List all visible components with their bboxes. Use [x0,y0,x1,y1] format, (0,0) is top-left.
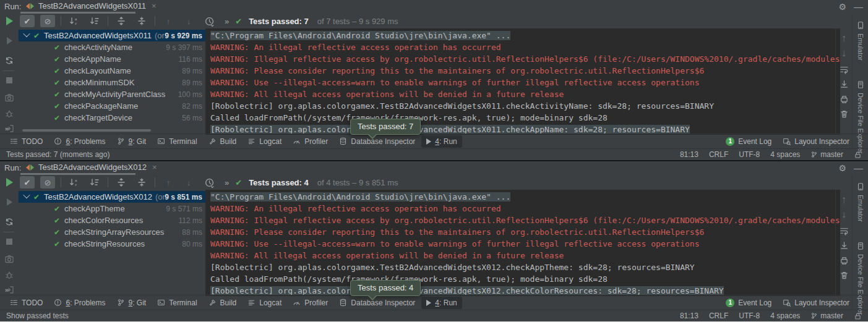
layout-inspector-button[interactable]: Layout Inspector [778,135,854,148]
more-left-toolbar-icon[interactable]: » [5,125,9,132]
sort-by-duration-button[interactable] [87,15,102,27]
clear-all-button[interactable] [839,109,849,119]
more-toolbar-icon[interactable]: » [225,17,230,26]
expand-all-button[interactable] [114,176,129,189]
more-toolbar-icon[interactable]: » [225,178,230,187]
gear-icon[interactable]: ⚙ [838,163,846,173]
toggle-auto-test-button[interactable] [4,217,14,227]
clear-all-button[interactable] [839,270,849,280]
scroll-to-end-button[interactable] [839,79,849,89]
tree-row[interactable]: ✔checkStringResources80 ms [19,238,205,250]
tree-root-row[interactable]: ✔ TestB2AdvancedWidgetsX011 (org.ap 9 s … [19,30,205,41]
down-stack-trace-button[interactable]: ↓ [839,48,849,58]
sort-alphabetically-button[interactable]: az [67,176,82,189]
profiler-tool-button[interactable]: Profiler [288,297,333,309]
encoding-widget[interactable]: UTF-8 [739,150,760,159]
problems-tool-button[interactable]: 6: Problems [49,297,110,309]
close-icon[interactable]: × [152,1,157,11]
print-button[interactable] [839,94,849,104]
todo-tool-button[interactable]: TODO [5,135,48,148]
logcat-tool-button[interactable]: Logcat [243,135,286,148]
screenshot-button[interactable] [4,254,14,264]
git-branch-widget[interactable]: master [810,150,843,159]
git-tool-button[interactable]: 9: Git [112,135,152,148]
run-tab[interactable]: TestB2AdvancedWidgetsX012 × [20,161,162,173]
tree-row[interactable]: ✔checkLayoutName89 ms [19,65,205,77]
event-log-button[interactable]: 1Event Log [721,135,776,148]
tree-row[interactable]: ✔checkAppTheme9 s 571 ms [19,203,205,214]
line-separator-widget[interactable]: CRLF [709,311,728,320]
tree-root-row[interactable]: ✔ TestB2AdvancedWidgetsX012 (org.ap 9 s … [19,191,205,203]
emulator-tool-button[interactable]: Emulator [853,21,868,61]
lock-icon[interactable] [854,312,862,320]
profiler-tool-button[interactable]: Profiler [288,135,333,148]
chevron-down-icon[interactable] [23,192,30,198]
tree-row[interactable]: ✔checkMyActivityParentClass100 ms [19,88,205,100]
run-tab[interactable]: TestB2AdvancedWidgetsX011 × [20,0,162,12]
terminal-tool-button[interactable]: Terminal [152,135,202,148]
horizontal-scrollbar[interactable] [22,129,151,132]
test-history-button[interactable] [202,176,217,189]
test-results-tree[interactable]: ✔ TestB2AdvancedWidgetsX012 (org.ap 9 s … [19,190,205,295]
up-stack-trace-button[interactable]: ↑ [839,195,849,205]
logcat-tool-button[interactable]: Logcat [243,297,286,309]
rerun-failed-tests-button[interactable] [4,197,14,207]
screenshot-button[interactable] [4,93,14,103]
terminal-tool-button[interactable]: Terminal [152,297,202,309]
run-tool-button[interactable]: 4: Run [421,297,462,309]
sort-by-duration-button[interactable] [87,176,102,189]
problems-tool-button[interactable]: 6: Problems [49,135,110,148]
run-tool-button[interactable]: 4: Run [421,135,462,148]
rerun-button[interactable] [4,177,14,187]
build-tool-button[interactable]: Build [204,135,242,148]
minimize-icon[interactable]: — [854,4,863,10]
gear-icon[interactable]: ⚙ [838,2,846,12]
tree-row[interactable]: ✔checkColorResources112 ms [19,214,205,226]
todo-tool-button[interactable]: TODO [5,297,48,309]
sort-alphabetically-button[interactable]: az [67,15,82,27]
attach-debugger-button[interactable] [4,109,14,119]
attach-debugger-button[interactable] [4,270,14,280]
more-left-toolbar-icon[interactable]: » [5,286,9,294]
minimize-icon[interactable]: — [854,165,863,171]
previous-failed-test-button[interactable]: ↑ [161,15,176,27]
show-passed-toggle[interactable]: ✔ [20,15,35,27]
collapse-all-button[interactable] [134,15,149,27]
tree-row[interactable]: ✔checkTargetDevice56 ms [19,112,205,124]
git-branch-widget[interactable]: master [810,311,843,320]
encoding-widget[interactable]: UTF-8 [739,311,760,320]
console-output[interactable]: "C:\Program Files\Android\Android Studio… [205,28,840,135]
tree-row[interactable]: ✔checkAppName116 ms [19,53,205,65]
git-tool-button[interactable]: 9: Git [112,297,152,309]
tree-row[interactable]: ✔checkActivityName9 s 397 ms [19,41,205,53]
next-failed-test-button[interactable]: ↓ [181,176,196,189]
event-log-button[interactable]: 1Event Log [721,297,776,309]
collapse-all-button[interactable] [134,176,149,189]
tree-row[interactable]: ✔checkStringArrayResources88 ms [19,226,205,238]
soft-wrap-button[interactable] [839,64,849,74]
toggle-auto-test-button[interactable] [4,56,14,66]
caret-position-widget[interactable]: 81:13 [680,311,698,320]
close-icon[interactable]: × [152,163,157,172]
indent-widget[interactable]: 4 spaces [770,311,800,320]
test-history-button[interactable] [202,15,217,27]
tree-row[interactable]: ✔checkMinimumSDK89 ms [19,77,205,88]
show-ignored-toggle[interactable]: ⊘ [40,176,55,189]
stop-button[interactable] [4,237,14,247]
rerun-failed-tests-button[interactable] [4,36,14,46]
print-button[interactable] [839,255,849,265]
expand-all-button[interactable] [114,15,129,27]
console-output[interactable]: "C:\Program Files\Android\Android Studio… [205,190,840,296]
indent-widget[interactable]: 4 spaces [770,150,800,159]
lock-icon[interactable] [854,151,862,159]
emulator-tool-button[interactable]: Emulator [853,182,868,222]
soft-wrap-button[interactable] [839,226,849,235]
show-ignored-toggle[interactable]: ⊘ [40,15,55,27]
tree-row[interactable]: ✔checkPackageName82 ms [19,100,205,112]
previous-failed-test-button[interactable]: ↑ [161,176,176,189]
layout-inspector-button[interactable]: Layout Inspector [778,297,854,309]
build-tool-button[interactable]: Build [204,297,242,309]
show-passed-toggle[interactable]: ✔ [20,176,35,189]
next-failed-test-button[interactable]: ↓ [181,15,196,27]
line-separator-widget[interactable]: CRLF [709,150,728,159]
